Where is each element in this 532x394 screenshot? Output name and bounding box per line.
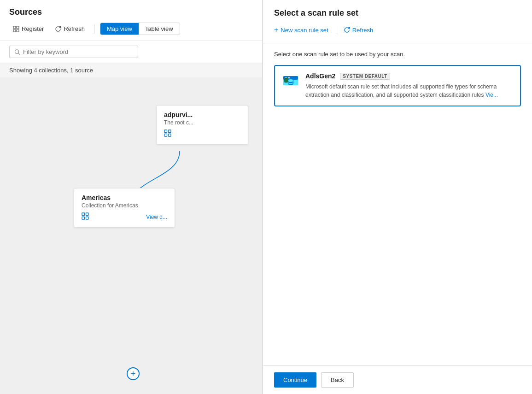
americas-node-title: Americas — [82, 194, 167, 201]
scan-rule-info: AdlsGen2 SYSTEM DEFAULT Microsoft defaul… — [305, 72, 513, 99]
scan-rule-name-row: AdlsGen2 SYSTEM DEFAULT — [305, 72, 513, 80]
svg-rect-6 — [164, 130, 167, 133]
sources-title: Sources — [9, 7, 253, 17]
showing-label: Showing 4 collections, 1 source — [0, 63, 262, 77]
register-button[interactable]: Register — [9, 24, 47, 34]
back-button[interactable]: Back — [321, 372, 354, 388]
left-header: Sources Register Refresh Ma — [0, 0, 262, 41]
left-toolbar: Register Refresh Map view Table view — [9, 23, 253, 41]
register-icon — [13, 26, 19, 32]
svg-line-5 — [18, 53, 20, 54]
table-view-button[interactable]: Table view — [139, 23, 180, 35]
svg-point-21 — [288, 79, 293, 82]
right-refresh-button[interactable]: Refresh — [344, 25, 374, 35]
right-footer: Continue Back — [263, 365, 532, 394]
view-toggle: Map view Table view — [100, 23, 180, 35]
americas-grid-icon — [82, 212, 89, 222]
system-default-badge: SYSTEM DEFAULT — [340, 73, 390, 80]
svg-point-24 — [284, 81, 288, 83]
root-node-subtitle: The root c... — [164, 119, 240, 126]
americas-node-footer: View d... — [82, 212, 167, 222]
root-node-card[interactable]: adpurvi... The root c... — [156, 105, 248, 145]
scan-rule-desc: Microsoft default scan rule set that inc… — [305, 82, 513, 99]
continue-button[interactable]: Continue — [274, 372, 316, 388]
instruction-text: Select one scan rule set to be used by y… — [274, 51, 521, 58]
left-refresh-icon — [55, 26, 61, 32]
right-refresh-icon — [344, 27, 350, 33]
svg-rect-17 — [288, 77, 290, 78]
search-input-wrap — [9, 46, 138, 58]
right-panel: Select a scan rule set + New scan rule s… — [263, 0, 532, 394]
view-details-link[interactable]: View d... — [146, 214, 167, 220]
search-bar — [0, 41, 262, 63]
plus-icon: + — [274, 26, 278, 34]
svg-rect-12 — [82, 217, 85, 220]
svg-rect-1 — [17, 26, 19, 29]
root-node-title: adpurvi... — [164, 111, 240, 118]
right-toolbar: + New scan rule set Refresh — [274, 24, 521, 35]
adls-gen2-icon — [282, 72, 299, 89]
svg-rect-10 — [82, 213, 85, 216]
right-content: Select one scan rule set to be used by y… — [263, 43, 532, 365]
right-toolbar-divider — [336, 26, 336, 34]
svg-rect-7 — [169, 130, 171, 133]
scan-rule-card[interactable]: AdlsGen2 SYSTEM DEFAULT Microsoft defaul… — [274, 65, 521, 106]
svg-rect-11 — [86, 213, 89, 216]
add-collection-button[interactable]: + — [127, 367, 140, 380]
toolbar-divider — [94, 24, 94, 34]
svg-rect-13 — [86, 217, 89, 220]
svg-rect-9 — [169, 134, 171, 137]
svg-rect-8 — [164, 134, 167, 137]
left-panel: Sources Register Refresh Ma — [0, 0, 263, 394]
view-more-link[interactable]: Vie... — [485, 92, 498, 98]
root-node-footer — [164, 129, 240, 139]
search-icon — [14, 49, 20, 55]
filter-input[interactable] — [23, 48, 133, 55]
map-area: adpurvi... The root c... Americas Collec… — [0, 77, 262, 394]
root-grid-icon — [164, 129, 171, 139]
new-scan-rule-button[interactable]: + New scan rule set — [274, 24, 328, 35]
svg-rect-3 — [17, 29, 19, 32]
svg-rect-2 — [13, 29, 16, 32]
map-view-button[interactable]: Map view — [100, 23, 139, 35]
right-title: Select a scan rule set — [274, 8, 521, 18]
right-header: Select a scan rule set + New scan rule s… — [263, 0, 532, 43]
americas-node-card[interactable]: Americas Collection for Americas View d.… — [74, 188, 175, 228]
left-refresh-button[interactable]: Refresh — [51, 24, 88, 34]
scan-rule-name: AdlsGen2 — [305, 72, 335, 80]
svg-rect-0 — [13, 26, 16, 29]
americas-node-subtitle: Collection for Americas — [82, 202, 167, 209]
